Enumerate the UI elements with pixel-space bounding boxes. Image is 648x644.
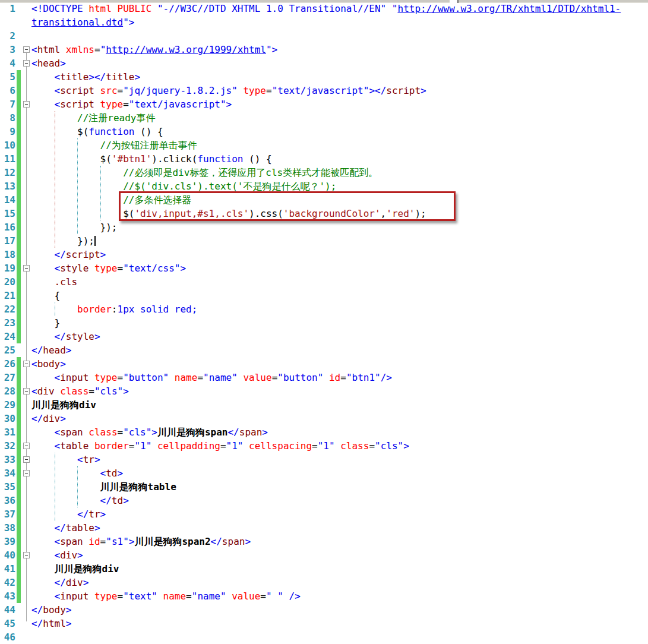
code-line[interactable]: 33 <tr> bbox=[0, 453, 648, 466]
code-text: $(function () { bbox=[31, 125, 163, 138]
code-text: </head> bbox=[31, 343, 71, 357]
line-number: 44 bbox=[0, 603, 15, 617]
code-line[interactable]: 11 $('#btn1').click(function () { bbox=[0, 152, 648, 166]
line-number: 38 bbox=[0, 521, 15, 535]
fold-toggle[interactable] bbox=[23, 101, 30, 108]
code-line[interactable]: 41 川川是狗狗div bbox=[0, 562, 648, 576]
line-number: 16 bbox=[0, 220, 15, 234]
code-line[interactable]: 30</div> bbox=[0, 412, 648, 425]
line-number: 15 bbox=[0, 207, 15, 220]
fold-toggle[interactable] bbox=[23, 388, 30, 394]
code-text: </tr> bbox=[31, 507, 106, 521]
code-line[interactable]: 12 //必须即是div标签，还得应用了cls类样式才能被匹配到。 bbox=[0, 166, 648, 179]
line-number: 27 bbox=[0, 371, 15, 384]
collapse-minus-icon bbox=[25, 391, 28, 392]
code-line[interactable]: 36 </td> bbox=[0, 494, 648, 507]
fold-toggle[interactable] bbox=[23, 46, 30, 53]
code-text: <style type="text/css"> bbox=[31, 261, 186, 275]
code-line[interactable]: 34 <td> bbox=[0, 466, 648, 480]
line-number: 42 bbox=[0, 576, 15, 589]
code-text: <input type="text" name="name" value=" "… bbox=[31, 589, 301, 603]
line-number: 13 bbox=[0, 179, 15, 193]
fold-toggle[interactable] bbox=[23, 443, 30, 449]
code-line[interactable]: 6 <script src="jq/jquery-1.8.2.js" type=… bbox=[0, 84, 648, 97]
code-line[interactable]: 4<head> bbox=[0, 56, 648, 70]
code-line[interactable]: 39 <span id="s1">川川是狗狗span2</span> bbox=[0, 535, 648, 548]
code-line[interactable]: 20 .cls bbox=[0, 275, 648, 289]
code-text: //为按钮注册单击事件 bbox=[31, 138, 197, 152]
code-line[interactable]: 2 bbox=[0, 29, 648, 43]
line-number: 22 bbox=[0, 302, 15, 316]
code-line[interactable]: 45</html> bbox=[0, 617, 648, 630]
code-line[interactable]: 9 $(function () { bbox=[0, 125, 648, 138]
line-number: 8 bbox=[0, 111, 15, 125]
line-number: 46 bbox=[0, 630, 15, 644]
change-bar bbox=[17, 357, 21, 603]
code-line[interactable]: 13 //$('div.cls').text('不是狗是什么呢？'); bbox=[0, 179, 648, 193]
fold-toggle[interactable] bbox=[23, 361, 30, 367]
code-area[interactable]: 1<!DOCTYPE html PUBLIC "-//W3C//DTD XHTM… bbox=[0, 0, 648, 644]
code-text: </body> bbox=[31, 603, 71, 617]
code-line[interactable]: 22 border:1px solid red; bbox=[0, 302, 648, 316]
code-line[interactable]: 19 <style type="text/css"> bbox=[0, 261, 648, 275]
code-line[interactable]: 16 }); bbox=[0, 220, 648, 234]
fold-toggle[interactable] bbox=[23, 552, 30, 558]
code-text: <script src="jq/jquery-1.8.2.js" type="t… bbox=[31, 84, 426, 97]
code-line[interactable]: 43 <input type="text" name="name" value=… bbox=[0, 589, 648, 603]
code-line[interactable]: 15 $('div,input,#s1,.cls').css('backgrou… bbox=[0, 207, 648, 220]
fold-structure-line bbox=[26, 52, 27, 621]
line-number: 24 bbox=[0, 330, 15, 343]
code-text: //注册ready事件 bbox=[31, 111, 156, 125]
code-text: } bbox=[31, 316, 60, 330]
line-number: 9 bbox=[0, 125, 15, 138]
collapse-minus-icon bbox=[25, 63, 28, 64]
code-line[interactable]: 35 川川是狗狗table bbox=[0, 480, 648, 494]
line-number: 30 bbox=[0, 412, 15, 425]
code-text: <table border="1" cellpadding="1" cellsp… bbox=[31, 439, 409, 453]
code-line[interactable]: 7 <script type="text/javascript"> bbox=[0, 97, 648, 111]
collapse-minus-icon bbox=[25, 364, 28, 364]
fold-toggle[interactable] bbox=[23, 456, 30, 463]
code-line[interactable]: 37 </tr> bbox=[0, 507, 648, 521]
code-line[interactable]: 18 </script> bbox=[0, 248, 648, 261]
code-line[interactable]: 5 <title></title> bbox=[0, 70, 648, 84]
code-line[interactable]: 26<body> bbox=[0, 357, 648, 371]
code-line[interactable]: 10 //为按钮注册单击事件 bbox=[0, 138, 648, 152]
code-text: <input type="button" name="name" value="… bbox=[31, 371, 392, 384]
fold-toggle[interactable] bbox=[23, 470, 30, 476]
code-line[interactable]: 3<html xmlns="http://www.w3.org/1999/xht… bbox=[0, 43, 648, 56]
code-line[interactable]: 46 bbox=[0, 630, 648, 644]
code-line[interactable]: 23 } bbox=[0, 316, 648, 330]
editor[interactable]: 1<!DOCTYPE html PUBLIC "-//W3C//DTD XHTM… bbox=[0, 0, 648, 644]
fold-toggle[interactable] bbox=[23, 60, 30, 67]
code-line[interactable]: transitional.dtd"> bbox=[0, 15, 648, 29]
line-number: 7 bbox=[0, 97, 15, 111]
line-number: 14 bbox=[0, 193, 15, 207]
code-line[interactable]: 27 <input type="button" name="name" valu… bbox=[0, 371, 648, 384]
code-line[interactable]: 29川川是狗狗div bbox=[0, 398, 648, 412]
code-line[interactable]: 38 </table> bbox=[0, 521, 648, 535]
code-line[interactable]: 28<div class="cls"> bbox=[0, 384, 648, 398]
code-text: 川川是狗狗table bbox=[31, 480, 176, 494]
code-line[interactable]: 40 <div> bbox=[0, 548, 648, 562]
code-text: 川川是狗狗div bbox=[31, 398, 96, 412]
code-line[interactable]: 42 </div> bbox=[0, 576, 648, 589]
code-line[interactable]: 1<!DOCTYPE html PUBLIC "-//W3C//DTD XHTM… bbox=[0, 2, 648, 15]
collapse-minus-icon bbox=[25, 49, 28, 50]
code-line[interactable]: 31 <span class="cls">川川是狗狗span</span> bbox=[0, 425, 648, 439]
code-line[interactable]: 17 }); bbox=[0, 234, 648, 248]
code-line[interactable]: 32 <table border="1" cellpadding="1" cel… bbox=[0, 439, 648, 453]
code-line[interactable]: 44</body> bbox=[0, 603, 648, 617]
code-line[interactable]: 14 //多条件选择器 bbox=[0, 193, 648, 207]
code-line[interactable]: 25</head> bbox=[0, 343, 648, 357]
line-number: 17 bbox=[0, 234, 15, 248]
code-line[interactable]: 21 { bbox=[0, 289, 648, 302]
line-number: 34 bbox=[0, 466, 15, 480]
code-line[interactable]: 8 //注册ready事件 bbox=[0, 111, 648, 125]
line-number: 23 bbox=[0, 316, 15, 330]
code-line[interactable]: 24 </style> bbox=[0, 330, 648, 343]
code-text: <div class="cls"> bbox=[31, 384, 129, 398]
code-text: <span class="cls">川川是狗狗span</span> bbox=[31, 425, 268, 439]
fold-toggle[interactable] bbox=[23, 265, 30, 272]
line-number: 37 bbox=[0, 507, 15, 521]
